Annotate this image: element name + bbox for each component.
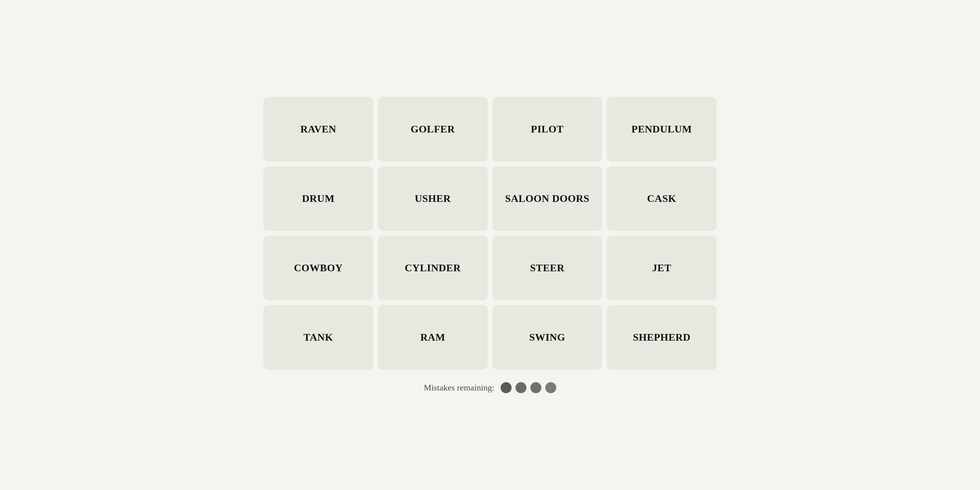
- mistakes-label: Mistakes remaining:: [424, 383, 494, 393]
- mistakes-dots: [501, 382, 556, 393]
- tile-label-pendulum: PENDULUM: [632, 123, 692, 135]
- tile-tank[interactable]: TANK: [263, 305, 373, 370]
- tile-label-usher: USHER: [415, 193, 451, 205]
- tile-label-tank: TANK: [303, 332, 333, 343]
- tile-label-cowboy: COWBOY: [294, 262, 343, 274]
- tile-cowboy[interactable]: COWBOY: [263, 236, 373, 300]
- mistake-dot-3: [530, 382, 541, 393]
- tile-label-ram: RAM: [420, 332, 445, 343]
- tile-shepherd[interactable]: SHEPHERD: [607, 305, 717, 370]
- tile-pilot[interactable]: PILOT: [492, 97, 602, 162]
- mistake-dot-1: [501, 382, 512, 393]
- mistake-dot-4: [545, 382, 556, 393]
- tile-ram[interactable]: RAM: [378, 305, 488, 370]
- tile-drum[interactable]: DRUM: [263, 166, 373, 231]
- tile-cask[interactable]: CASK: [607, 166, 717, 231]
- mistakes-area: Mistakes remaining:: [424, 382, 556, 393]
- tile-label-swing: SWING: [529, 332, 565, 343]
- tile-raven[interactable]: RAVEN: [263, 97, 373, 162]
- tile-saloon-doors[interactable]: SALOON DOORS: [492, 166, 602, 231]
- word-grid: RAVENGOLFERPILOTPENDULUMDRUMUSHERSALOON …: [263, 97, 717, 370]
- tile-label-cask: CASK: [647, 193, 676, 205]
- tile-label-shepherd: SHEPHERD: [633, 332, 690, 343]
- tile-steer[interactable]: STEER: [492, 236, 602, 300]
- tile-label-drum: DRUM: [302, 193, 335, 205]
- tile-swing[interactable]: SWING: [492, 305, 602, 370]
- tile-cylinder[interactable]: CYLINDER: [378, 236, 488, 300]
- tile-label-steer: STEER: [530, 262, 564, 274]
- tile-label-cylinder: CYLINDER: [405, 262, 461, 274]
- tile-label-raven: RAVEN: [300, 123, 336, 135]
- game-container: RAVENGOLFERPILOTPENDULUMDRUMUSHERSALOON …: [263, 97, 717, 393]
- mistake-dot-2: [515, 382, 526, 393]
- tile-pendulum[interactable]: PENDULUM: [607, 97, 717, 162]
- tile-golfer[interactable]: GOLFER: [378, 97, 488, 162]
- tile-label-pilot: PILOT: [531, 123, 564, 135]
- tile-label-saloon-doors: SALOON DOORS: [505, 193, 589, 205]
- tile-label-jet: JET: [652, 262, 671, 274]
- tile-jet[interactable]: JET: [607, 236, 717, 300]
- tile-usher[interactable]: USHER: [378, 166, 488, 231]
- tile-label-golfer: GOLFER: [411, 123, 455, 135]
